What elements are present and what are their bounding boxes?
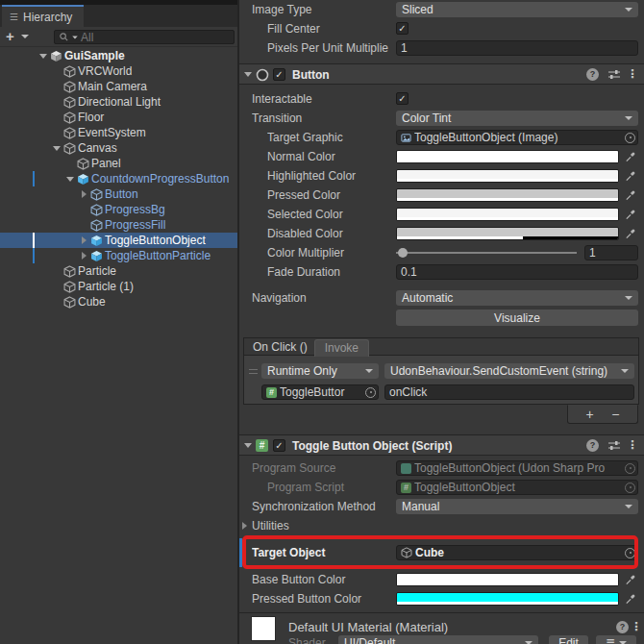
utilities-row[interactable]: Utilities — [239, 518, 644, 533]
target-graphic-label: Target Graphic — [267, 131, 394, 144]
transition-dropdown[interactable]: Color Tint — [396, 111, 638, 126]
foldout-icon[interactable] — [77, 236, 90, 244]
object-picker-icon[interactable] — [365, 387, 376, 398]
script-enabled-checkbox[interactable]: ✓ — [273, 439, 285, 452]
visualize-button[interactable]: Visualize — [396, 310, 638, 326]
object-picker-icon[interactable] — [625, 133, 635, 143]
drag-handle-icon[interactable] — [249, 369, 258, 374]
program-script-object-field: # ToggleButtonObject — [396, 480, 638, 495]
event-function-dropdown[interactable]: UdonBehaviour.SendCustomEvent (string) — [384, 363, 634, 379]
sync-method-dropdown[interactable]: Manual — [396, 499, 638, 514]
normal-color-row: Normal Color — [239, 149, 644, 164]
hierarchy-item[interactable]: Directional Light — [0, 94, 237, 110]
hierarchy-item[interactable]: CountdownProgressButton — [0, 171, 237, 186]
event-mode-dropdown[interactable]: Runtime Only — [261, 363, 379, 379]
script-component-header[interactable]: # ✓ Toggle Button Object (Script) ? ⋮ — [239, 434, 644, 456]
hierarchy-item[interactable]: Canvas — [0, 140, 237, 156]
hierarchy-item[interactable]: Panel — [0, 156, 237, 171]
color-multiplier-field[interactable]: 1 — [584, 245, 638, 260]
hierarchy-item-label: EventSystem — [78, 126, 146, 139]
material-list-button[interactable]: ≣ — [596, 635, 636, 644]
interactable-checkbox[interactable]: ✓ — [396, 92, 409, 105]
eyedropper-icon[interactable] — [625, 189, 636, 201]
hierarchy-item[interactable]: VRCWorld — [0, 63, 237, 79]
object-picker-icon[interactable] — [625, 548, 635, 558]
gameobject-icon — [63, 142, 78, 155]
foldout-icon[interactable] — [244, 72, 252, 77]
hierarchy-item[interactable]: Button — [0, 186, 237, 202]
base-button-color-swatch[interactable] — [396, 573, 619, 586]
hierarchy-item[interactable]: ProgressBg — [0, 202, 237, 217]
create-button[interactable]: + — [6, 28, 14, 45]
hierarchy-item[interactable]: Main Camera — [0, 79, 237, 94]
help-icon[interactable]: ? — [616, 621, 629, 633]
foldout-icon[interactable] — [37, 54, 50, 59]
foldout-icon[interactable] — [77, 252, 90, 260]
button-component-header[interactable]: ✓ Button ? ⋮ — [239, 63, 644, 85]
navigation-dropdown[interactable]: Automatic — [396, 290, 638, 306]
create-dropdown-icon[interactable] — [21, 35, 29, 38]
image-type-dropdown[interactable]: Sliced — [396, 2, 638, 17]
kebab-menu-icon[interactable]: ⋮ — [627, 439, 638, 452]
gameobject-icon — [63, 65, 78, 78]
foldout-icon[interactable] — [244, 443, 252, 448]
target-object-field[interactable]: Cube — [396, 545, 638, 560]
dropdown-arrow-icon — [621, 369, 629, 373]
prefab-override-bar — [33, 233, 35, 248]
udon-program-icon — [401, 463, 411, 474]
search-filter-dropdown-icon[interactable] — [72, 36, 78, 38]
button-enabled-checkbox[interactable]: ✓ — [273, 68, 285, 81]
hierarchy-item[interactable]: GuiSample — [0, 48, 237, 63]
help-icon[interactable]: ? — [586, 68, 599, 81]
transition-row: Transition Color Tint — [239, 111, 644, 126]
ppu-label: Pixels Per Unit Multiplie — [267, 41, 394, 55]
hierarchy-tree: GuiSampleVRCWorldMain CameraDirectional … — [0, 48, 237, 310]
hierarchy-item[interactable]: ToggleButtonParticle — [0, 248, 237, 263]
eyedropper-icon[interactable] — [625, 228, 636, 239]
selected-color-swatch[interactable] — [396, 208, 619, 221]
hierarchy-item[interactable]: Cube — [0, 294, 237, 310]
pressed-color-swatch[interactable] — [396, 188, 619, 202]
remove-event-button[interactable]: − — [611, 407, 619, 422]
gameobject-prefab-icon — [90, 204, 105, 216]
hierarchy-item[interactable]: EventSystem — [0, 125, 237, 140]
foldout-icon[interactable] — [77, 190, 90, 198]
color-multiplier-slider[interactable] — [396, 245, 577, 260]
fill-center-checkbox[interactable]: ✓ — [396, 22, 409, 35]
foldout-icon[interactable] — [63, 177, 77, 182]
kebab-menu-icon[interactable]: ⋮ — [627, 68, 638, 81]
presets-icon[interactable] — [607, 68, 621, 81]
highlighted-color-swatch[interactable] — [396, 169, 619, 183]
eyedropper-icon[interactable] — [625, 151, 636, 162]
eyedropper-icon[interactable] — [625, 170, 636, 182]
eyedropper-icon[interactable] — [625, 574, 636, 585]
search-input[interactable]: All — [54, 30, 235, 44]
slider-knob[interactable] — [398, 248, 408, 258]
hierarchy-item[interactable]: Floor — [0, 110, 237, 125]
hierarchy-item[interactable]: Particle — [0, 263, 237, 279]
foldout-icon[interactable] — [242, 522, 247, 530]
fade-duration-field[interactable]: 0.1 — [396, 264, 638, 280]
invoke-button[interactable]: Invoke — [314, 339, 369, 357]
presets-icon[interactable] — [607, 439, 621, 452]
hierarchy-item[interactable]: ProgressFill — [0, 217, 237, 233]
hierarchy-item[interactable]: Particle (1) — [0, 279, 237, 294]
target-graphic-object-field[interactable]: ToggleButtonObject (Image) — [396, 130, 638, 145]
shader-dropdown[interactable]: UI/Default — [338, 635, 538, 644]
help-icon[interactable]: ? — [586, 439, 599, 452]
pressed-button-color-swatch[interactable] — [396, 592, 619, 606]
normal-color-swatch[interactable] — [396, 150, 619, 163]
eyedropper-icon[interactable] — [625, 209, 636, 220]
ppu-field[interactable]: 1 — [396, 40, 638, 56]
shader-edit-button[interactable]: Edit — [549, 635, 588, 644]
event-argument-field[interactable]: onClick — [384, 384, 634, 400]
foldout-icon[interactable] — [50, 146, 63, 151]
tab-hierarchy[interactable]: ☰ Hierarchy — [2, 5, 84, 27]
highlighted-color-row: Highlighted Color — [239, 168, 644, 184]
hierarchy-item[interactable]: ToggleButtonObject — [0, 233, 237, 248]
disabled-color-swatch[interactable] — [396, 227, 619, 240]
kebab-menu-icon[interactable]: ⋮ — [631, 621, 642, 633]
add-event-button[interactable]: + — [586, 407, 594, 422]
eyedropper-icon[interactable] — [625, 593, 636, 605]
event-target-object-field[interactable]: # ToggleButtor — [261, 384, 379, 400]
